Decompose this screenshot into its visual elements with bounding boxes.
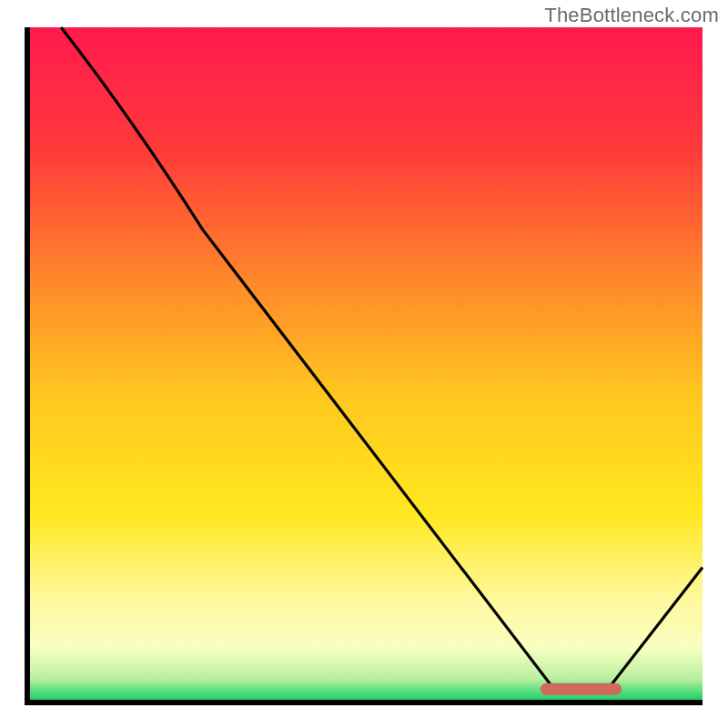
gradient-background	[27, 27, 703, 703]
bottleneck-chart	[0, 0, 728, 728]
target-range-bar	[541, 683, 622, 695]
